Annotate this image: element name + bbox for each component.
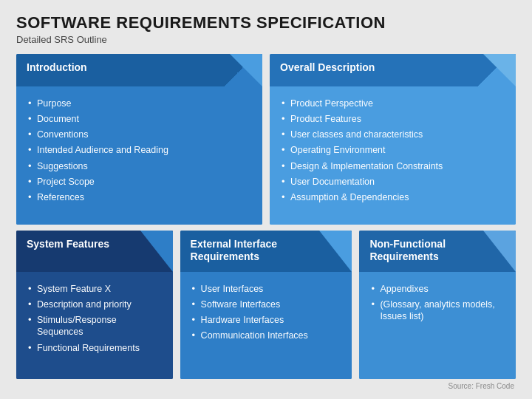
card-nonfunc-body: Appendixes (Glossary, analytics models, … <box>359 272 516 379</box>
list-item: Design & Implementation Constraints <box>280 158 505 174</box>
list-item: (Glossary, analytics models, Issues list… <box>369 296 505 324</box>
card-nonfunc-header: Non-Functional Requirements <box>359 231 516 272</box>
card-overall-header: Overall Description <box>270 54 516 86</box>
card-non-functional: Non-Functional Requirements Appendixes (… <box>359 231 516 379</box>
system-list: System Feature X Description and priorit… <box>27 281 163 355</box>
card-introduction: Introduction Purpose Document Convention… <box>16 54 262 225</box>
card-introduction-header: Introduction <box>16 54 262 86</box>
system-triangle-decor <box>140 231 173 272</box>
intro-triangle-decor <box>230 54 262 86</box>
intro-list: Purpose Document Conventions Intended Au… <box>27 95 252 205</box>
list-item: User Interfaces <box>191 281 342 296</box>
list-item: User Documentation <box>280 174 505 189</box>
card-introduction-body: Purpose Document Conventions Intended Au… <box>16 86 262 225</box>
nonfunc-triangle-decor <box>483 231 516 272</box>
list-item: Operating Environment <box>280 143 505 158</box>
list-item: Suggestions <box>27 158 252 174</box>
card-overall-title: Overall Description <box>280 61 375 74</box>
list-item: Document <box>27 111 252 126</box>
card-system-features: System Features System Feature X Descrip… <box>16 231 173 379</box>
external-list: User Interfaces Software Interfaces Hard… <box>191 281 342 344</box>
list-item: Conventions <box>27 127 252 143</box>
card-external-header: External Interface Requirements <box>180 231 352 272</box>
card-system-header: System Features <box>16 231 173 272</box>
card-overall-body: Product Perspective Product Features Use… <box>270 86 516 225</box>
list-item: Assumption & Dependencies <box>280 190 505 205</box>
card-external-body: User Interfaces Software Interfaces Hard… <box>180 272 352 379</box>
list-item: Appendixes <box>369 281 505 296</box>
card-external-interface: External Interface Requirements User Int… <box>180 231 352 379</box>
overall-triangle-decor <box>483 54 516 86</box>
card-system-body: System Feature X Description and priorit… <box>16 272 173 379</box>
bottom-row: System Features System Feature X Descrip… <box>16 231 516 379</box>
page-title: SOFTWARE REQUIREMENTS SPECIFICATION <box>16 13 516 33</box>
overall-list: Product Perspective Product Features Use… <box>280 95 505 205</box>
list-item: User classes and characteristics <box>280 127 505 143</box>
page: SOFTWARE REQUIREMENTS SPECIFICATION Deta… <box>0 0 532 399</box>
list-item: Product Perspective <box>280 95 505 111</box>
card-system-title: System Features <box>27 238 109 250</box>
top-row: Introduction Purpose Document Convention… <box>16 54 516 225</box>
card-introduction-title: Introduction <box>27 61 87 74</box>
list-item: Hardware Interfaces <box>191 313 342 328</box>
list-item: Software Interfaces <box>191 296 342 312</box>
nonfunc-list: Appendixes (Glossary, analytics models, … <box>369 281 505 324</box>
external-triangle-decor <box>319 231 352 272</box>
list-item: Purpose <box>27 95 252 111</box>
card-overall: Overall Description Product Perspective … <box>270 54 516 225</box>
list-item: Product Features <box>280 111 505 126</box>
list-item: Communication Interfaces <box>191 328 342 344</box>
source-label: Source: Fresh Code <box>16 382 516 390</box>
list-item: Functional Requirements <box>27 340 163 355</box>
list-item: Project Scope <box>27 174 252 189</box>
list-item: Description and priority <box>27 296 163 312</box>
list-item: Intended Audience and Reading <box>27 143 252 158</box>
list-item: System Feature X <box>27 281 163 296</box>
page-subtitle: Detailed SRS Outline <box>16 34 516 45</box>
list-item: References <box>27 190 252 205</box>
list-item: Stimulus/Response Sequences <box>27 313 163 341</box>
